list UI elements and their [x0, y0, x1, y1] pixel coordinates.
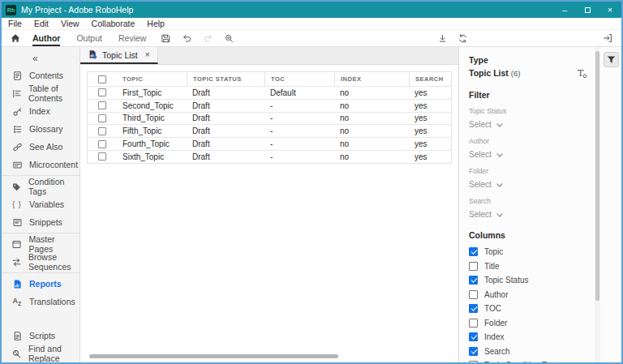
sidebar-item-see-also[interactable]: See Also	[2, 138, 79, 156]
menu-edit[interactable]: Edit	[34, 19, 49, 28]
checkbox-checked-icon[interactable]	[469, 304, 478, 313]
column-toggle-topic-condition-tags[interactable]: Topic Condition Tags	[469, 358, 587, 362]
sidebar-item-table-of-contents[interactable]: Table of Contents	[2, 84, 79, 102]
robohelp-logo-icon: Rh	[6, 5, 16, 15]
checkbox-checked-icon[interactable]	[469, 247, 478, 256]
sidebar-item-glossary[interactable]: Glossary	[2, 120, 79, 138]
menu-view[interactable]: View	[61, 19, 79, 28]
exit-icon[interactable]	[602, 32, 613, 44]
toolbar-action-icons	[161, 33, 234, 44]
row-checkbox[interactable]	[98, 152, 106, 161]
close-button[interactable]: ×	[599, 2, 621, 18]
column-toggle-author[interactable]: Author	[469, 288, 587, 302]
sidebar-item-label: Condition Tags	[28, 177, 79, 196]
table-row-second-topic[interactable]: Second_TopicDraft-noyes	[88, 99, 451, 112]
column-toggle-topic[interactable]: Topic	[469, 245, 587, 259]
column-toggle-index[interactable]: Index	[469, 330, 587, 345]
microcontent-icon	[11, 160, 23, 170]
filter-select-author[interactable]: Select	[469, 149, 587, 160]
collapse-sidebar-icon[interactable]: «	[2, 53, 79, 66]
table-row-first-topic[interactable]: First_TopicDraftDefaultnoyes	[88, 86, 451, 99]
home-button[interactable]	[10, 32, 21, 44]
column-toggle-topic-status[interactable]: Topic Status	[469, 273, 587, 288]
tab-topic-list[interactable]: Topic List ×	[80, 47, 158, 64]
row-checkbox[interactable]	[98, 127, 106, 135]
select-all-checkbox[interactable]	[98, 75, 106, 84]
checkbox-checked-icon[interactable]	[469, 276, 478, 285]
column-toggle-toc[interactable]: TOC	[469, 302, 587, 316]
workspace-tab-review[interactable]: Review	[118, 30, 146, 46]
filter-select-topic-status[interactable]: Select	[469, 119, 587, 130]
sidebar-item-condition-tags[interactable]: Condition Tags	[2, 178, 79, 195]
search-settings-icon[interactable]	[224, 33, 234, 44]
column-toggle-search[interactable]: Search	[469, 345, 587, 359]
cell-topic: Sixth_Topic	[117, 152, 187, 161]
sidebar-item-find-and-replace[interactable]: Find and Replace	[2, 345, 79, 362]
column-toggle-label: TOC	[484, 304, 501, 313]
row-checkbox[interactable]	[98, 140, 106, 148]
save-icon[interactable]	[161, 33, 171, 44]
sidebar-spacer	[2, 310, 79, 327]
sidebar-item-microcontent[interactable]: Microcontent	[2, 156, 79, 173]
main-area: « ContentsTable of ContentsIndexGlossary…	[2, 47, 621, 362]
sidebar-item-translations[interactable]: AZTranslations	[2, 293, 79, 310]
sidebar-item-index[interactable]: Index	[2, 102, 79, 120]
table-row-fifth-topic[interactable]: Fifth_TopicDraft-noyes	[88, 124, 451, 137]
menu-help[interactable]: Help	[147, 19, 165, 28]
sidebar-item-snippets[interactable]: Snippets	[2, 213, 79, 231]
column-toggle-title[interactable]: Title	[469, 259, 587, 274]
filter-list: Topic StatusSelectAuthorSelectFolderSele…	[469, 107, 587, 220]
cell-toc: -	[264, 113, 334, 122]
browse-sequences-icon	[11, 257, 22, 268]
checkbox-unchecked-icon[interactable]	[469, 262, 478, 271]
window-controls: – ×	[553, 2, 621, 18]
table-header-row: TOPICTOPIC STATUSTOCINDEXSEARCH	[88, 72, 451, 86]
topic-table: TOPICTOPIC STATUSTOCINDEXSEARCHFirst_Top…	[87, 71, 452, 164]
cell-toc: -	[264, 139, 334, 148]
workspace-tab-author[interactable]: Author	[32, 30, 60, 46]
workspace-tab-output[interactable]: Output	[76, 30, 102, 46]
sidebar-item-contents[interactable]: Contents	[2, 66, 79, 84]
download-icon[interactable]	[437, 33, 448, 44]
row-checkbox[interactable]	[98, 88, 106, 96]
table-row-sixth-topic[interactable]: Sixth_TopicDraft-noyes	[88, 150, 451, 163]
glossary-icon	[11, 124, 23, 135]
row-checkbox[interactable]	[98, 114, 106, 122]
filter-panel: Type Topic List (6) T Filter Topic Statu…	[458, 47, 600, 362]
sidebar-item-scripts[interactable]: Scripts	[2, 327, 79, 345]
checkbox-unchecked-icon[interactable]	[469, 290, 478, 299]
cell-topic: Fifth_Topic	[117, 126, 187, 135]
sidebar-item-master-pages[interactable]: Master Pages	[2, 235, 79, 253]
horizontal-scrollbar[interactable]	[89, 354, 338, 358]
topic-type-icon[interactable]: T	[576, 67, 587, 79]
checkbox-unchecked-icon[interactable]	[469, 319, 478, 328]
condition-tags-icon	[11, 182, 22, 192]
sidebar-item-browse-sequences[interactable]: Browse Sequences	[2, 253, 79, 271]
table-row-fourth-topic[interactable]: Fourth_TopicDraft-noyes	[88, 137, 451, 150]
row-checkbox-cell	[88, 113, 117, 125]
filter-select-search[interactable]: Select	[469, 209, 587, 220]
checkbox-checked-icon[interactable]	[469, 332, 478, 341]
checkbox-checked-icon[interactable]	[469, 347, 478, 356]
column-toggle-folder[interactable]: Folder	[469, 316, 587, 331]
sync-icon[interactable]	[458, 33, 468, 44]
undo-icon[interactable]	[182, 33, 192, 44]
panel-scrollbar-thumb[interactable]	[595, 51, 599, 301]
sidebar-item-reports[interactable]: Reports	[2, 275, 79, 293]
sidebar-item-variables[interactable]: { }Variables	[2, 195, 79, 213]
cell-topic-status: Draft	[187, 152, 264, 161]
snippets-icon	[11, 217, 23, 228]
table-row-third-topic[interactable]: Third_TopicDraft-noyes	[88, 112, 451, 125]
checkbox-unchecked-icon[interactable]	[469, 361, 478, 362]
filter-select-folder[interactable]: Select	[469, 179, 587, 190]
row-checkbox[interactable]	[98, 101, 106, 109]
tab-close-icon[interactable]: ×	[145, 50, 150, 59]
sidebar-item-label: Reports	[29, 279, 62, 289]
filter-button[interactable]	[604, 52, 619, 67]
redo-icon[interactable]	[203, 33, 213, 44]
menu-file[interactable]: File	[8, 19, 22, 28]
menu-collaborate[interactable]: Collaborate	[92, 19, 135, 28]
minimize-button[interactable]: –	[553, 2, 576, 18]
cell-toc: -	[264, 152, 334, 161]
maximize-button[interactable]	[576, 2, 599, 18]
